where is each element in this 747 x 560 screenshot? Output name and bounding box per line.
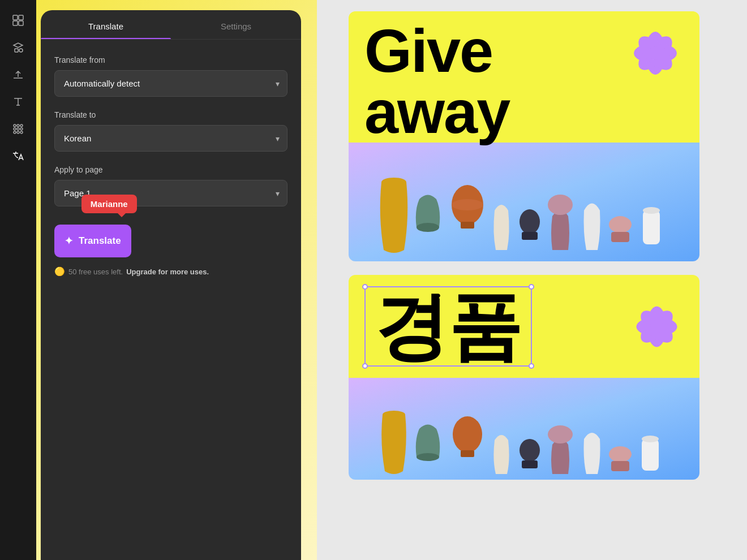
sidebar-icon-elements[interactable] xyxy=(7,36,29,59)
footer-text: 50 free uses left. xyxy=(68,268,123,276)
svg-point-21 xyxy=(417,223,439,232)
svg-point-8 xyxy=(20,124,23,127)
svg-point-47 xyxy=(642,436,659,442)
corner-dot-tl xyxy=(362,284,368,290)
corner-dot-tr xyxy=(529,284,534,290)
svg-rect-23 xyxy=(461,222,474,229)
coin-icon: 🟡 xyxy=(54,266,65,277)
svg-rect-0 xyxy=(13,15,18,20)
tooltip-bubble: Marianne xyxy=(81,195,137,213)
svg-point-19 xyxy=(649,46,662,60)
giveaway-text: Give away xyxy=(364,20,509,143)
sidebar-icon-apps[interactable] xyxy=(7,118,29,140)
card1-header: Give away xyxy=(349,11,699,143)
svg-rect-42 xyxy=(522,460,538,468)
svg-point-31 xyxy=(643,207,660,214)
svg-point-25 xyxy=(520,209,540,234)
svg-point-14 xyxy=(20,131,23,133)
panel-tabs: Translate Settings xyxy=(41,10,301,40)
svg-point-44 xyxy=(609,446,632,462)
translate-to-label: Translate to xyxy=(54,110,287,119)
svg-point-24 xyxy=(452,199,483,210)
footer-note: 🟡 50 free uses left. Upgrade for more us… xyxy=(54,266,287,277)
upgrade-link[interactable]: Upgrade for more uses. xyxy=(126,268,209,276)
canvas-area: Give away xyxy=(301,0,747,560)
vases-svg xyxy=(360,148,688,261)
translate-btn-label: Translate xyxy=(79,235,121,247)
translate-btn-icon: ✦ xyxy=(65,235,73,247)
translate-to-wrapper: English Korean Spanish French German Jap… xyxy=(54,125,287,152)
card1-image-area xyxy=(349,143,699,261)
svg-point-43 xyxy=(548,425,573,443)
design-card-2: 경품 xyxy=(349,275,699,480)
korean-text-selection: 경품 xyxy=(364,286,532,367)
apply-to-label: Apply to page xyxy=(54,165,287,174)
vases-svg-2 xyxy=(360,384,688,480)
svg-point-13 xyxy=(17,131,19,133)
translate-button-container: Marianne ✦ Translate xyxy=(54,220,131,257)
korean-text: 경품 xyxy=(375,290,522,363)
svg-rect-40 xyxy=(461,450,474,457)
tab-settings[interactable]: Settings xyxy=(171,10,301,39)
svg-point-28 xyxy=(609,216,632,233)
svg-point-10 xyxy=(17,128,19,130)
sidebar-icon-layout[interactable] xyxy=(7,9,29,32)
svg-rect-26 xyxy=(522,232,538,240)
svg-point-7 xyxy=(17,124,19,127)
svg-point-12 xyxy=(14,131,16,133)
tab-translate[interactable]: Translate xyxy=(41,10,171,39)
design-card-1: Give away xyxy=(349,11,699,261)
svg-point-41 xyxy=(520,439,540,462)
svg-point-27 xyxy=(548,195,573,215)
sidebar-icon-upload[interactable] xyxy=(7,63,29,86)
svg-rect-1 xyxy=(19,15,23,20)
sidebar-icon-text[interactable] xyxy=(7,91,29,113)
svg-rect-2 xyxy=(13,21,18,25)
flower-icon-card2 xyxy=(630,300,684,354)
svg-rect-3 xyxy=(19,21,23,25)
svg-point-5 xyxy=(19,49,23,52)
corner-dot-bl xyxy=(362,363,368,369)
svg-rect-4 xyxy=(15,49,18,52)
translate-button[interactable]: ✦ Translate xyxy=(54,225,131,257)
svg-rect-45 xyxy=(611,461,629,471)
card2-header: 경품 xyxy=(349,275,699,378)
svg-rect-30 xyxy=(643,210,660,244)
card2-image-area xyxy=(349,378,699,480)
svg-point-9 xyxy=(14,128,16,130)
translate-panel: Translate Settings Translate from Automa… xyxy=(41,10,301,560)
svg-rect-29 xyxy=(611,232,629,242)
sidebar-icon-translate[interactable] xyxy=(7,145,29,167)
translate-from-select[interactable]: Automatically detect English Spanish Fre… xyxy=(54,70,287,97)
panel-body: Translate from Automatically detect Engl… xyxy=(41,40,301,292)
sidebar xyxy=(0,0,36,560)
flower-icon-card1 xyxy=(627,25,684,81)
svg-rect-46 xyxy=(642,439,659,471)
svg-point-36 xyxy=(650,320,663,333)
corner-dot-br xyxy=(529,363,534,369)
svg-point-39 xyxy=(453,416,482,453)
translate-to-select[interactable]: English Korean Spanish French German Jap… xyxy=(54,125,287,152)
translate-from-wrapper: Automatically detect English Spanish Fre… xyxy=(54,70,287,97)
svg-point-6 xyxy=(14,124,16,127)
svg-point-38 xyxy=(417,453,439,461)
svg-point-11 xyxy=(20,128,23,130)
translate-from-label: Translate from xyxy=(54,55,287,64)
